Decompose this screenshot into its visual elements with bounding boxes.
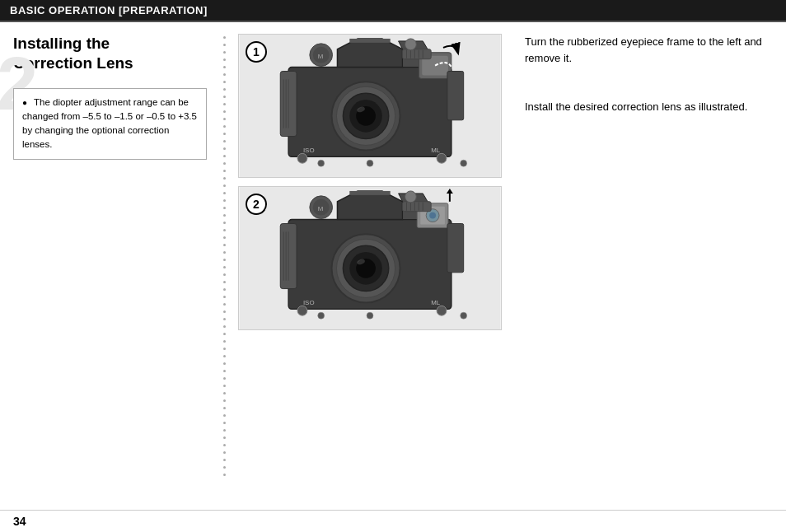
note-box: The diopter adjustment range can be chan… <box>13 88 207 160</box>
svg-point-62 <box>367 312 373 319</box>
step2-number: 2 <box>246 194 267 215</box>
center-column: 1 <box>230 22 510 510</box>
svg-point-22 <box>297 153 307 163</box>
svg-point-26 <box>367 160 373 166</box>
svg-point-27 <box>461 160 467 166</box>
svg-point-58 <box>297 306 307 315</box>
header-title: BASIC OPERATION [PREPARATION] <box>10 4 208 16</box>
step2-image: 2 <box>238 186 502 330</box>
step1-image: 1 <box>238 34 502 178</box>
svg-rect-32 <box>447 71 464 119</box>
svg-point-39 <box>429 212 436 219</box>
section-title: Installing the Correction Lens <box>13 34 207 73</box>
page-header: BASIC OPERATION [PREPARATION] <box>0 0 786 22</box>
instruction-block-2: Install the desired correction lens as i… <box>525 99 771 115</box>
page-wrapper: BASIC OPERATION [PREPARATION] 2 Installi… <box>0 0 786 532</box>
svg-point-60 <box>437 306 447 315</box>
svg-text:M: M <box>318 205 324 212</box>
svg-point-61 <box>318 312 325 319</box>
svg-rect-35 <box>349 191 390 195</box>
instruction-text-2: Install the desired correction lens as i… <box>525 99 771 115</box>
svg-rect-68 <box>447 223 464 272</box>
step1-number: 1 <box>246 41 267 63</box>
page-number: 34 <box>13 515 26 528</box>
right-column: Turn the rubberized eyepiece frame to th… <box>510 22 786 510</box>
note-text: The diopter adjustment range can be chan… <box>22 97 197 150</box>
svg-point-24 <box>437 153 447 163</box>
svg-text:ISO: ISO <box>303 147 315 154</box>
svg-text:ISO: ISO <box>303 299 315 306</box>
svg-point-63 <box>461 312 467 319</box>
left-column: 2 Installing the Correction Lens The dio… <box>0 22 218 510</box>
svg-text:M: M <box>318 53 324 60</box>
svg-text:ML: ML <box>431 147 441 154</box>
svg-text:ML: ML <box>431 299 441 306</box>
step2-camera-svg: ISO ML M <box>239 187 501 329</box>
vertical-separator <box>218 22 230 510</box>
main-content: 2 Installing the Correction Lens The dio… <box>0 22 786 510</box>
svg-point-67 <box>405 191 417 203</box>
page-footer: 34 <box>0 510 786 532</box>
svg-point-25 <box>318 160 325 166</box>
instruction-text-1: Turn the rubberized eyepiece frame to th… <box>525 34 771 66</box>
step1-camera-svg: ISO ML M <box>239 35 501 177</box>
svg-point-31 <box>405 39 417 50</box>
instruction-block-1: Turn the rubberized eyepiece frame to th… <box>525 34 771 66</box>
svg-rect-2 <box>349 39 390 43</box>
